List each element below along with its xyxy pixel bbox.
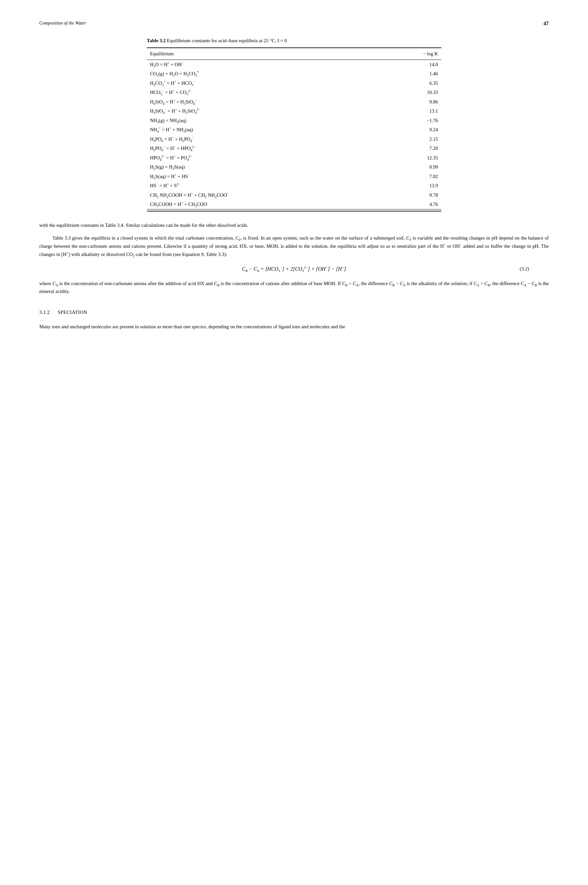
table-row: H2CO3+ = H+ + HCO3−6.35 [147,78,441,88]
equilibrium-cell: CH3COOH = H+ + CH3COO− [147,200,382,209]
logk-cell: 7.02 [382,172,441,182]
logk-cell: 6.35 [382,78,441,88]
table-row: H2PO4− = H+ + HPO42−7.20 [147,144,441,153]
logk-cell: 9.86 [382,97,441,107]
section-heading: 3.1.2 SPECIATION [39,309,549,316]
logk-cell: 7.20 [382,144,441,153]
equilibrium-cell: HCO3− = H+ + CO32− [147,88,382,97]
logk-cell: 13.1 [382,106,441,116]
equilibrium-table: Equilibrium − log K H2O = H+ + OH−14.0CO… [147,48,441,212]
table-footer [147,209,441,211]
equilibrium-cell: H3PO4 = H+ + H2PO4− [147,135,382,144]
table-row: H2S(aq) = H+ + HS−7.02 [147,172,441,182]
logk-cell: 13.9 [382,181,441,190]
table-row: CH2 NH2COOH = H+ + CH2 NH2COO−9.78 [147,190,441,200]
equilibrium-cell: HS− = H+ + S2− [147,181,382,190]
section-title: SPECIATION [58,310,87,315]
table-number: Table 3.2 [147,38,166,43]
equilibrium-cell: H2CO3+ = H+ + HCO3− [147,78,382,88]
table-caption-text: Equilibrium constants for acid–base equi… [166,38,286,43]
equilibrium-cell: CO2(g) + H2O = H2CO3* [147,69,382,78]
equilibrium-cell: H2S(aq) = H+ + HS− [147,172,382,182]
page-header: Composition of the Water 47 [39,20,549,27]
logk-cell: 4.76 [382,200,441,209]
logk-cell: 9.78 [382,190,441,200]
table-row: H3SiO4− = H+ + H2SiO42−13.1 [147,106,441,116]
equilibrium-cell: CH2 NH2COOH = H+ + CH2 NH2COO− [147,190,382,200]
logk-cell: 2.15 [382,135,441,144]
paragraph-3: where CA is the concentration of non-car… [39,279,549,296]
col-equilibrium-header: Equilibrium [147,48,382,60]
logk-cell: 10.33 [382,88,441,97]
equilibrium-cell: H2S(g) = H2S(aq) [147,162,382,172]
table-row: H4SiO4 = H+ + H3SiO4−9.86 [147,97,441,107]
equilibrium-cell: NH3(g) = NH3(aq) [147,116,382,125]
col-logk-header: − log K [382,48,441,60]
table-row: NH3(g) = NH3(aq)−1.76 [147,116,441,125]
equation-number: (3.2) [520,265,529,273]
equation-block: CB − CA = [HCO3−] + 2[CO32−] + [OH−] − [… [39,265,549,273]
table-row: NH4+ = H+ + NH3(aq)9.24 [147,125,441,135]
equilibrium-cell: HPO42− = H+ + PO43− [147,153,382,163]
equation-content: CB − CA = [HCO3−] + 2[CO32−] + [OH−] − [… [242,265,346,273]
table-row: H2S(g) = H2S(aq)0.99 [147,162,441,172]
paragraph-1: with the equilibrium constants in Table … [39,221,549,230]
table-row: H3PO4 = H+ + H2PO4−2.15 [147,135,441,144]
logk-cell: 14.0 [382,60,441,69]
logk-cell: 12.35 [382,153,441,163]
table-row: HPO42− = H+ + PO43−12.35 [147,153,441,163]
table-container: Table 3.2 Equilibrium constants for acid… [147,37,441,212]
paragraph-4: Many ions and uncharged molecules are pr… [39,323,549,331]
table-row: CH3COOH = H+ + CH3COO−4.76 [147,200,441,209]
logk-cell: 1.46 [382,69,441,78]
chapter-title: Composition of the Water [39,20,86,27]
equilibrium-cell: H2O = H+ + OH− [147,60,382,69]
equilibrium-cell: NH4+ = H+ + NH3(aq) [147,125,382,135]
equilibrium-cell: H4SiO4 = H+ + H3SiO4− [147,97,382,107]
page-number: 47 [543,20,549,27]
table-row: HS− = H+ + S2−13.9 [147,181,441,190]
table-caption: Table 3.2 Equilibrium constants for acid… [147,37,441,44]
table-row: CO2(g) + H2O = H2CO3*1.46 [147,69,441,78]
table-row: HCO3− = H+ + CO32−10.33 [147,88,441,97]
logk-cell: 9.24 [382,125,441,135]
section-number: 3.1.2 [39,310,50,315]
equilibrium-cell: H3SiO4− = H+ + H2SiO42− [147,106,382,116]
equilibrium-cell: H2PO4− = H+ + HPO42− [147,144,382,153]
table-row: H2O = H+ + OH−14.0 [147,60,441,69]
logk-cell: 0.99 [382,162,441,172]
logk-cell: −1.76 [382,116,441,125]
paragraph-2: Table 3.3 gives the equilibria in a clos… [39,234,549,258]
